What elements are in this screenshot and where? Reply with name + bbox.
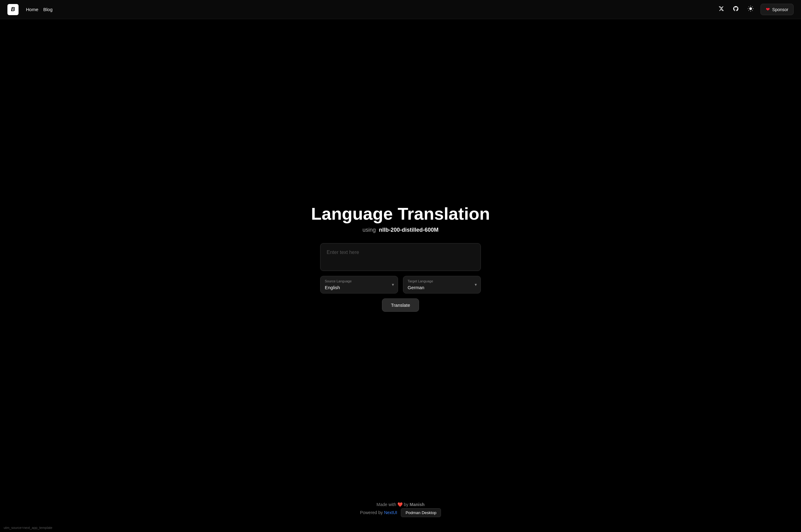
made-with-suffix: by: [404, 502, 409, 507]
theme-toggle-button[interactable]: [746, 4, 756, 15]
svg-line-4: [752, 10, 752, 11]
model-name: nllb-200-distilled-600M: [379, 227, 439, 233]
podman-button[interactable]: Podman Desktop: [401, 508, 441, 517]
nextui-link[interactable]: NextUI: [384, 510, 397, 515]
text-input[interactable]: [320, 243, 481, 271]
footer: Made with ❤️ by Manish Powered by NextUI…: [0, 496, 801, 525]
sponsor-label: Sponsor: [772, 7, 788, 12]
source-language-label: Source Language: [320, 276, 356, 283]
twitter-icon: [719, 6, 724, 13]
target-language-label: Target Language: [403, 276, 437, 283]
heart-icon: ❤: [766, 6, 770, 12]
svg-line-7: [748, 10, 749, 11]
svg-point-0: [749, 7, 752, 10]
source-language-wrapper: Source Language English French Spanish G…: [320, 276, 398, 293]
svg-line-8: [752, 7, 752, 7]
navbar: B Home Blog ❤ Sponsor: [0, 0, 801, 19]
navbar-right: ❤ Sponsor: [716, 4, 794, 15]
footer-powered-by: Powered by NextUI Podman Desktop: [6, 508, 795, 517]
github-icon: [733, 5, 739, 13]
main-content: Language Translation using nllb-200-dist…: [0, 19, 801, 496]
author-name: Manish: [410, 502, 425, 507]
sun-icon: [747, 5, 754, 13]
powered-by-prefix: Powered by: [360, 510, 383, 515]
heart-icon: ❤️: [397, 502, 404, 507]
status-bar: utm_source=next_app_template: [0, 525, 801, 532]
navbar-left: B Home Blog: [7, 4, 53, 15]
home-link[interactable]: Home: [26, 7, 38, 12]
blog-link[interactable]: Blog: [43, 7, 53, 12]
target-language-select[interactable]: German English French Spanish Chinese Ja…: [403, 285, 481, 293]
subtitle-prefix: using: [362, 227, 376, 233]
svg-line-3: [748, 7, 749, 7]
github-button[interactable]: [731, 4, 741, 15]
language-row: Source Language English French Spanish G…: [320, 276, 481, 293]
status-text: utm_source=next_app_template: [4, 526, 52, 530]
subtitle: using nllb-200-distilled-600M: [362, 227, 439, 233]
footer-made-with: Made with ❤️ by Manish: [6, 502, 795, 507]
nav-links: Home Blog: [26, 7, 53, 12]
sponsor-button[interactable]: ❤ Sponsor: [761, 4, 794, 15]
target-language-wrapper: Target Language German English French Sp…: [403, 276, 481, 293]
twitter-button[interactable]: [716, 4, 726, 15]
translate-button[interactable]: Translate: [382, 299, 419, 312]
translation-card: Source Language English French Spanish G…: [320, 243, 481, 312]
logo[interactable]: B: [7, 4, 19, 15]
made-with-prefix: Made with: [376, 502, 396, 507]
page-title: Language Translation: [311, 204, 490, 224]
source-language-select[interactable]: English French Spanish German Chinese Ja…: [320, 285, 398, 293]
